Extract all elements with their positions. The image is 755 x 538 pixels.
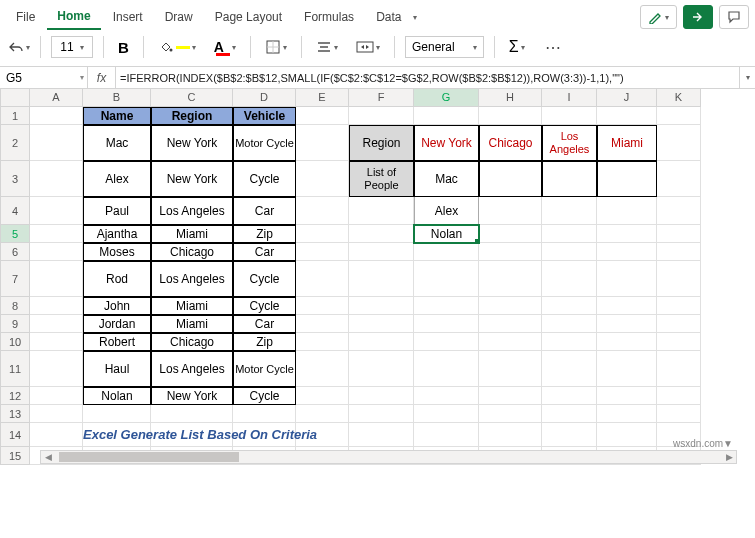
cell-E8[interactable] — [296, 297, 349, 315]
cell-J11[interactable] — [597, 351, 657, 387]
cell-J6[interactable] — [597, 243, 657, 261]
cell-E4[interactable] — [296, 197, 349, 225]
cell-E7[interactable] — [296, 261, 349, 297]
cell-D10[interactable]: Zip — [233, 333, 296, 351]
cell-K12[interactable] — [657, 387, 701, 405]
cell-D3[interactable]: Cycle — [233, 161, 296, 197]
col-header-G[interactable]: G — [414, 89, 479, 107]
cell-I8[interactable] — [542, 297, 597, 315]
row-header-15[interactable]: 15 — [0, 447, 30, 465]
cell-H3[interactable] — [479, 161, 542, 197]
row-header-4[interactable]: 4 — [0, 197, 30, 225]
cell-J5[interactable] — [597, 225, 657, 243]
cell-B9[interactable]: Jordan — [83, 315, 151, 333]
cell-K6[interactable] — [657, 243, 701, 261]
menu-page-layout[interactable]: Page Layout — [205, 5, 292, 29]
cell-F3[interactable]: List of People — [349, 161, 414, 197]
cell-E10[interactable] — [296, 333, 349, 351]
cell-H2[interactable]: Chicago — [479, 125, 542, 161]
cell-A1[interactable] — [30, 107, 83, 125]
cell-J12[interactable] — [597, 387, 657, 405]
font-size-input[interactable]: 11▾ — [51, 36, 93, 58]
col-header-D[interactable]: D — [233, 89, 296, 107]
cell-K2[interactable] — [657, 125, 701, 161]
cell-K3[interactable] — [657, 161, 701, 197]
cell-A10[interactable] — [30, 333, 83, 351]
cell-K7[interactable] — [657, 261, 701, 297]
cell-I11[interactable] — [542, 351, 597, 387]
col-header-J[interactable]: J — [597, 89, 657, 107]
menu-file[interactable]: File — [6, 5, 45, 29]
cell-G1[interactable] — [414, 107, 479, 125]
cell-D9[interactable]: Car — [233, 315, 296, 333]
cell-I5[interactable] — [542, 225, 597, 243]
cell-G6[interactable] — [414, 243, 479, 261]
row-header-12[interactable]: 12 — [0, 387, 30, 405]
cell-E11[interactable] — [296, 351, 349, 387]
cell-I2[interactable]: Los Angeles — [542, 125, 597, 161]
menu-data[interactable]: Data — [366, 5, 411, 29]
col-header-E[interactable]: E — [296, 89, 349, 107]
cell-K4[interactable] — [657, 197, 701, 225]
cell-B6[interactable]: Moses — [83, 243, 151, 261]
cell-I4[interactable] — [542, 197, 597, 225]
cell-H14[interactable] — [479, 423, 542, 447]
cell-H9[interactable] — [479, 315, 542, 333]
cell-K1[interactable] — [657, 107, 701, 125]
cell-G13[interactable] — [414, 405, 479, 423]
cell-K10[interactable] — [657, 333, 701, 351]
cell-C11[interactable]: Los Angeles — [151, 351, 233, 387]
cell-D8[interactable]: Cycle — [233, 297, 296, 315]
cell-B13[interactable] — [83, 405, 151, 423]
cell-H1[interactable] — [479, 107, 542, 125]
menu-more-icon[interactable]: ▾ — [413, 13, 417, 22]
cell-D12[interactable]: Cycle — [233, 387, 296, 405]
cell-G9[interactable] — [414, 315, 479, 333]
cell-C10[interactable]: Chicago — [151, 333, 233, 351]
cell-K11[interactable] — [657, 351, 701, 387]
cell-B14[interactable]: Excel Generate List Based On Criteria — [83, 423, 151, 447]
cell-E6[interactable] — [296, 243, 349, 261]
select-all-corner[interactable] — [0, 89, 30, 107]
cell-F2[interactable]: Region — [349, 125, 414, 161]
cell-J1[interactable] — [597, 107, 657, 125]
cell-J2[interactable]: Miami — [597, 125, 657, 161]
row-header-9[interactable]: 9 — [0, 315, 30, 333]
col-header-C[interactable]: C — [151, 89, 233, 107]
cell-G11[interactable] — [414, 351, 479, 387]
col-header-F[interactable]: F — [349, 89, 414, 107]
cell-D6[interactable]: Car — [233, 243, 296, 261]
cell-F11[interactable] — [349, 351, 414, 387]
cell-A6[interactable] — [30, 243, 83, 261]
cell-F10[interactable] — [349, 333, 414, 351]
cell-E12[interactable] — [296, 387, 349, 405]
cell-C13[interactable] — [151, 405, 233, 423]
share-button[interactable] — [683, 5, 713, 29]
cell-A14[interactable] — [30, 423, 83, 447]
cell-J14[interactable] — [597, 423, 657, 447]
cell-E3[interactable] — [296, 161, 349, 197]
cell-D2[interactable]: Motor Cycle — [233, 125, 296, 161]
cell-F5[interactable] — [349, 225, 414, 243]
cell-B4[interactable]: Paul — [83, 197, 151, 225]
menu-insert[interactable]: Insert — [103, 5, 153, 29]
borders-button[interactable]: ▾ — [261, 39, 291, 55]
cell-F6[interactable] — [349, 243, 414, 261]
cell-C2[interactable]: New York — [151, 125, 233, 161]
cell-I14[interactable] — [542, 423, 597, 447]
name-box[interactable]: G5▾ — [0, 67, 88, 88]
cell-C3[interactable]: New York — [151, 161, 233, 197]
cell-C1[interactable]: Region — [151, 107, 233, 125]
cell-C5[interactable]: Miami — [151, 225, 233, 243]
cell-J3[interactable] — [597, 161, 657, 197]
row-header-2[interactable]: 2 — [0, 125, 30, 161]
cell-G3[interactable]: Mac — [414, 161, 479, 197]
cell-E9[interactable] — [296, 315, 349, 333]
col-header-A[interactable]: A — [30, 89, 83, 107]
cell-G12[interactable] — [414, 387, 479, 405]
cell-E2[interactable] — [296, 125, 349, 161]
cell-C6[interactable]: Chicago — [151, 243, 233, 261]
cell-J4[interactable] — [597, 197, 657, 225]
cell-B2[interactable]: Mac — [83, 125, 151, 161]
scrollbar-thumb[interactable] — [59, 452, 239, 462]
